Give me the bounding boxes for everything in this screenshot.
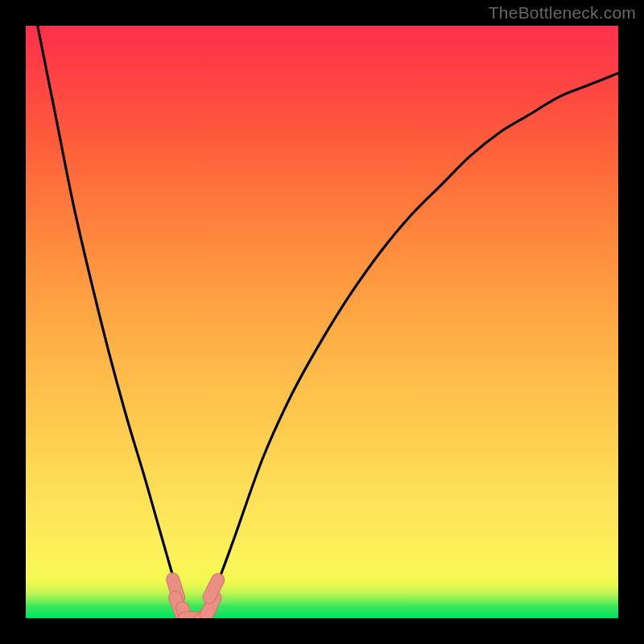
bottleneck-curve — [26, 26, 618, 618]
curve-layer — [26, 26, 618, 618]
chart-stage: TheBottleneck.com — [0, 0, 644, 644]
curve-marker — [209, 580, 218, 597]
plot-area — [26, 26, 618, 618]
svg-line-13 — [209, 580, 218, 597]
marker-layer — [173, 580, 218, 618]
chart-svg — [26, 26, 618, 618]
watermark-text: TheBottleneck.com — [489, 3, 636, 23]
